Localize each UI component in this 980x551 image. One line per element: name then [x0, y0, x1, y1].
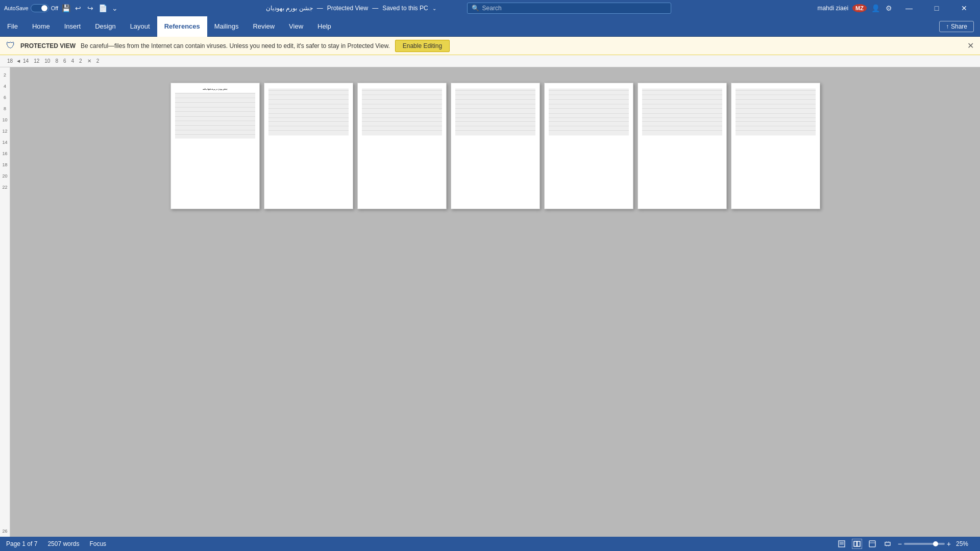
search-box[interactable]: 🔍: [467, 3, 671, 14]
autosave-label: AutoSave: [4, 5, 29, 11]
autosave-area: AutoSave Off: [4, 4, 58, 12]
zoom-control[interactable]: − +: [898, 540, 951, 547]
ruler-x-mark: ✕: [87, 58, 91, 64]
tab-insert[interactable]: Insert: [57, 16, 88, 37]
ribbon: File Home Insert Design Layout Reference…: [0, 16, 980, 37]
focus-view-icon: [884, 540, 891, 547]
zoom-plus-button[interactable]: +: [947, 540, 951, 547]
maximize-button[interactable]: □: [925, 0, 948, 16]
view-mode-label: —: [317, 5, 323, 12]
ruler-arrow-left: ◄: [16, 58, 21, 64]
zoom-slider-thumb[interactable]: [933, 541, 938, 546]
page-2-content: [264, 83, 353, 140]
ruler-num-12: 12: [2, 126, 7, 137]
focus-view-button[interactable]: [883, 539, 893, 549]
web-layout-icon: [869, 540, 876, 547]
ruler-num-26: 26: [2, 525, 7, 537]
profile-icon[interactable]: 👤: [871, 4, 880, 13]
save-icon[interactable]: 💾: [61, 4, 70, 13]
redo-icon[interactable]: ↪: [86, 4, 95, 13]
tab-layout[interactable]: Layout: [123, 16, 157, 37]
autosave-knob: [41, 5, 47, 11]
search-input[interactable]: [482, 5, 667, 12]
print-layout-icon: [838, 540, 845, 547]
user-avatar[interactable]: MZ: [852, 4, 867, 12]
share-button[interactable]: ↑ Share: [939, 21, 974, 32]
title-bar-left: AutoSave Off 💾 ↩ ↪ 📄 ⌄: [4, 4, 119, 13]
close-protected-bar-button[interactable]: ✕: [967, 41, 974, 51]
document-area[interactable]: جشن بودن در بی‌نه شهاب‌نامه: [10, 67, 980, 537]
ruler-marker-4: 4: [71, 58, 75, 64]
page-4-content: [451, 83, 540, 140]
read-mode-icon: [853, 540, 861, 547]
page-7[interactable]: [731, 83, 820, 209]
zoom-slider-track[interactable]: [904, 543, 945, 545]
focus-button[interactable]: Focus: [89, 540, 106, 547]
zoom-percent[interactable]: 25%: [956, 540, 974, 547]
ruler-num-4: 4: [4, 81, 6, 92]
page-1[interactable]: جشن بودن در بی‌نه شهاب‌نامه: [170, 83, 260, 209]
status-left: Page 1 of 7 2507 words Focus: [6, 540, 106, 547]
svg-rect-8: [885, 542, 890, 545]
page-3[interactable]: [357, 83, 447, 209]
ruler-marker-18: 18: [7, 58, 13, 64]
tab-mailings[interactable]: Mailings: [207, 16, 246, 37]
saved-status: Saved to this PC: [382, 5, 428, 12]
page-1-content: جشن بودن در بی‌نه شهاب‌نامه: [171, 83, 259, 144]
share-icon: ↑: [946, 23, 949, 30]
settings-icon[interactable]: ⚙: [884, 4, 893, 13]
ruler-marker-6: 6: [63, 58, 66, 64]
chevron-down-icon[interactable]: ⌄: [432, 6, 436, 11]
title-bar-center: جشن بورم بهودیان — Protected View — Save…: [119, 3, 817, 14]
svg-rect-5: [857, 541, 860, 546]
ruler-marker-14: 14: [23, 58, 29, 64]
new-doc-icon[interactable]: 📄: [98, 4, 107, 13]
enable-editing-button[interactable]: Enable Editing: [395, 40, 450, 52]
tab-home[interactable]: Home: [25, 16, 57, 37]
page-6-content: [638, 83, 726, 140]
ruler-marker-10: 10: [44, 58, 50, 64]
tab-file[interactable]: File: [0, 16, 25, 37]
ruler-num-20: 20: [2, 170, 7, 182]
ruler: 18 ◄ 14 12 10 8 6 4 2 ✕ 2: [0, 55, 980, 67]
zoom-minus-button[interactable]: −: [898, 540, 902, 547]
protected-view-message: Be careful—files from the Internet can c…: [81, 42, 390, 49]
page-2[interactable]: [264, 83, 353, 209]
page-5[interactable]: [544, 83, 633, 209]
tab-review[interactable]: Review: [246, 16, 282, 37]
page-6[interactable]: [638, 83, 727, 209]
autosave-toggle[interactable]: [31, 4, 49, 12]
undo-icon[interactable]: ↩: [74, 4, 83, 13]
title-bar: AutoSave Off 💾 ↩ ↪ 📄 ⌄ جشن بورم بهودیان …: [0, 0, 980, 16]
view-mode: Protected View: [327, 5, 369, 12]
ruler-num-10: 10: [2, 114, 7, 126]
search-icon: 🔍: [472, 5, 479, 12]
protected-view-bar: 🛡 PROTECTED VIEW Be careful—files from t…: [0, 37, 980, 55]
print-layout-view-button[interactable]: [837, 539, 847, 549]
status-right: − + 25%: [837, 539, 974, 549]
tab-design[interactable]: Design: [88, 16, 122, 37]
tab-help[interactable]: Help: [310, 16, 338, 37]
page-info: Page 1 of 7: [6, 540, 37, 547]
left-ruler: 2 4 6 8 10 12 14 16 18 20 22 26: [0, 67, 10, 537]
minimize-button[interactable]: —: [897, 0, 921, 16]
tab-view[interactable]: View: [282, 16, 310, 37]
ruler-marker-8: 8: [55, 58, 58, 64]
page-5-content: [545, 83, 633, 140]
separator2: —: [372, 5, 378, 12]
close-button[interactable]: ✕: [952, 0, 976, 16]
share-label: Share: [951, 23, 967, 30]
status-bar: Page 1 of 7 2507 words Focus − + 25%: [0, 537, 980, 551]
tab-references[interactable]: References: [157, 16, 207, 37]
pages-row: جشن بودن در بی‌نه شهاب‌نامه: [170, 83, 820, 209]
page-4[interactable]: [451, 83, 540, 209]
ruler-content: 18 ◄ 14 12 10 8 6 4 2 ✕ 2: [7, 58, 99, 64]
word-count: 2507 words: [47, 540, 79, 547]
read-mode-view-button[interactable]: [852, 539, 862, 549]
user-name: mahdi ziaei: [817, 5, 848, 12]
options-icon[interactable]: ⌄: [110, 4, 119, 13]
ruler-num-8: 8: [4, 103, 6, 114]
ruler-num-2: 2: [4, 69, 6, 81]
ruler-num-14: 14: [2, 137, 7, 148]
web-layout-view-button[interactable]: [867, 539, 877, 549]
